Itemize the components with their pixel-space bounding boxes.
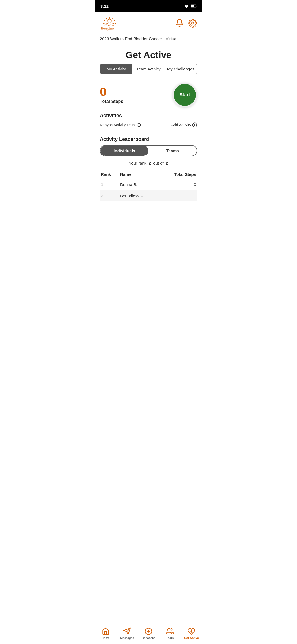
activity-tabs: My Activity Team Activity My Challenges <box>100 64 197 74</box>
lb-tab-teams[interactable]: Teams <box>148 146 197 156</box>
app-header: Bladder Cancer Advocacy Network <box>95 12 202 34</box>
tab-my-activity[interactable]: My Activity <box>100 64 132 74</box>
svg-point-12 <box>192 22 194 24</box>
bcan-logo: Bladder Cancer Advocacy Network <box>100 15 119 31</box>
col-total-steps: Total Steps <box>160 170 197 179</box>
activities-title: Activities <box>100 113 197 119</box>
tab-team-activity[interactable]: Team Activity <box>132 64 164 74</box>
steps-cell: 0 <box>160 190 197 201</box>
svg-line-5 <box>112 18 113 20</box>
leaderboard-table: Rank Name Total Steps 1 Donna B. 0 2 Bou… <box>100 170 197 201</box>
leaderboard-title: Activity Leaderboard <box>100 137 197 142</box>
rank-cell: 1 <box>100 179 119 190</box>
svg-line-8 <box>104 20 105 21</box>
rank-cell: 2 <box>100 190 119 201</box>
out-of-value: 2 <box>166 161 168 165</box>
leaderboard-section: Activity Leaderboard Individuals Teams Y… <box>95 132 202 201</box>
notification-icon[interactable] <box>175 19 184 28</box>
resync-link[interactable]: Resync Activity Data <box>100 123 141 127</box>
svg-text:Bladder Cancer: Bladder Cancer <box>101 27 115 29</box>
col-rank: Rank <box>100 170 119 179</box>
svg-point-0 <box>186 7 187 8</box>
svg-line-6 <box>114 20 115 21</box>
col-name: Name <box>119 170 160 179</box>
logo-area: Bladder Cancer Advocacy Network <box>100 15 119 31</box>
activities-section: Activities Resync Activity Data Add Acti… <box>95 113 202 132</box>
svg-point-9 <box>108 19 111 23</box>
steps-info: 0 Total Steps <box>100 86 123 104</box>
svg-text:Advocacy Network: Advocacy Network <box>101 29 114 31</box>
event-title: 2023 Walk to End Bladder Cancer - Virtua… <box>95 34 202 44</box>
status-bar: 3:12 <box>95 0 202 12</box>
activities-links: Resync Activity Data Add Activity <box>100 121 197 132</box>
resync-icon <box>137 123 141 127</box>
table-row: 2 Boundless F. 0 <box>100 190 197 201</box>
status-icons <box>184 4 197 8</box>
svg-rect-2 <box>196 6 196 7</box>
rank-text: Your rank: <box>129 161 148 165</box>
lb-tab-individuals[interactable]: Individuals <box>100 146 148 156</box>
steps-section: 0 Total Steps Start <box>95 80 202 113</box>
table-row: 1 Donna B. 0 <box>100 179 197 190</box>
out-of-text: out of <box>153 161 164 165</box>
battery-icon <box>191 4 197 8</box>
settings-icon[interactable] <box>188 19 197 28</box>
header-icons <box>175 19 197 28</box>
steps-label: Total Steps <box>100 99 123 104</box>
name-cell: Donna B. <box>119 179 160 190</box>
page-title: Get Active <box>95 44 202 64</box>
svg-line-7 <box>106 18 107 20</box>
name-cell: Boundless F. <box>119 190 160 201</box>
add-activity-link[interactable]: Add Activity <box>171 122 197 127</box>
tab-my-challenges[interactable]: My Challenges <box>165 64 197 74</box>
add-icon <box>192 122 197 127</box>
start-button[interactable]: Start <box>172 83 197 107</box>
leaderboard-tabs: Individuals Teams <box>100 145 197 156</box>
steps-cell: 0 <box>160 179 197 190</box>
steps-count: 0 <box>100 86 123 98</box>
svg-rect-3 <box>191 5 194 7</box>
wifi-icon <box>184 4 189 8</box>
rank-info: Your rank: 2 out of 2 <box>100 161 197 165</box>
rank-value: 2 <box>149 161 151 165</box>
status-time: 3:12 <box>100 4 109 9</box>
